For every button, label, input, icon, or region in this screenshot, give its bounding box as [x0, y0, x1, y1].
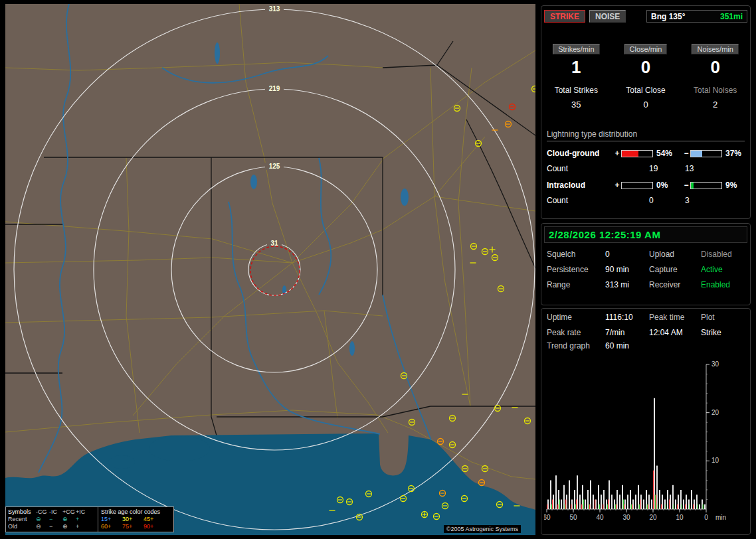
plot-mode-value: Strike — [701, 328, 745, 337]
svg-text:50: 50 — [569, 514, 577, 521]
peak-time-value: 12:04 AM — [649, 328, 701, 337]
cg-plus-bar — [621, 150, 653, 157]
svg-text:30: 30 — [711, 360, 719, 368]
age-codes-title: Strike age color codes — [101, 508, 171, 516]
capture-status: Active — [701, 265, 745, 274]
bearing-readout: Bng 135° 351mi — [646, 10, 747, 23]
cloud-ground-count-row: Count 19 13 — [541, 164, 750, 173]
intracloud-row: Intracloud + 0% − 9% — [541, 181, 750, 190]
rate-counters: Strikes/min 1 Total Strikes 35 Close/min… — [541, 42, 750, 110]
cloud-ground-row: Cloud-ground + 54% − 37% — [541, 149, 750, 158]
close-per-min-header: Close/min — [624, 44, 668, 54]
legend-header-neg-ic: -IC — [49, 508, 62, 516]
app-window: { "map": { "range_rings": [{"label":"313… — [0, 0, 756, 539]
intracloud-count-row: Count 0 3 — [541, 196, 750, 205]
age-75: 75+ — [122, 523, 143, 530]
noises-per-min-header: Noises/min — [692, 44, 738, 54]
recent-pos-ic-icon: + — [76, 516, 89, 523]
capture-label: Capture — [649, 265, 701, 274]
ic-plus-count: 0 — [649, 196, 685, 205]
legend-header-pos-ic: +IC — [76, 508, 89, 516]
age-60: 60+ — [101, 523, 122, 530]
stats-panel: STRIKE NOISE Bng 135° 351mi Strikes/min … — [541, 4, 752, 535]
strike-toggle-button[interactable]: STRIKE — [544, 10, 585, 23]
status-grid: Squelch 0 Upload Disabled Persistence 90… — [541, 246, 750, 289]
total-noises-value: 2 — [680, 100, 750, 110]
svg-text:20: 20 — [649, 514, 657, 521]
ic-minus-bar-fill — [691, 183, 694, 189]
svg-text:60: 60 — [544, 514, 551, 521]
cg-plus-count: 19 — [649, 164, 685, 173]
ic-minus-count: 3 — [685, 196, 745, 205]
age-90: 90+ — [143, 523, 165, 530]
legend-row-label: Recent — [8, 516, 36, 523]
close-per-min-value: 0 — [611, 57, 681, 78]
legend-age-codes: Strike age color codes 15+ 30+ 45+ 60+ 7… — [98, 507, 173, 532]
legend-symbols-title: Symbols — [8, 508, 36, 516]
total-close-label: Total Close — [611, 86, 681, 95]
cg-minus-count: 13 — [685, 164, 745, 173]
old-neg-ic-icon: − — [49, 523, 62, 530]
peak-time-label: Peak time — [649, 313, 701, 322]
close-per-min-column: Close/min 0 Total Close 0 — [611, 42, 681, 110]
cg-plus-pct: 54% — [654, 149, 682, 158]
ic-minus-pct: 9% — [723, 181, 749, 190]
total-close-value: 0 — [611, 100, 681, 110]
strikes-per-min-column: Strikes/min 1 Total Strikes 35 — [541, 42, 611, 110]
svg-text:40: 40 — [596, 514, 604, 521]
persistence-label: Persistence — [547, 265, 605, 274]
distribution-title: Lightning type distribution — [547, 129, 745, 141]
cloud-ground-label: Cloud-ground — [547, 149, 613, 158]
ring-label-219: 219 — [269, 85, 280, 92]
upload-status: Disabled — [701, 250, 745, 259]
count-label: Count — [547, 164, 613, 173]
recent-neg-cg-icon: ⊖ — [36, 516, 49, 523]
squelch-label: Squelch — [547, 250, 605, 259]
minus-sign: − — [682, 149, 690, 158]
old-pos-cg-icon: ⊕ — [62, 523, 76, 530]
total-strikes-value: 35 — [541, 100, 611, 110]
plus-sign: + — [613, 149, 621, 158]
trend-graph-label: Trend graph — [547, 341, 605, 350]
map-legend: Symbols -CG -IC +CG +IC Recent ⊖ − ⊕ + O… — [5, 506, 174, 532]
ring-label-125: 125 — [269, 163, 280, 170]
strikes-per-min-value: 1 — [541, 57, 611, 78]
lightning-map[interactable]: 313 219 125 31 Symbols -CG -IC +CG +IC R… — [5, 4, 535, 535]
svg-text:10: 10 — [676, 514, 684, 521]
plus-sign: + — [613, 181, 621, 190]
strikes-per-min-header: Strikes/min — [553, 44, 599, 54]
squelch-value: 0 — [605, 250, 649, 259]
receiver-status: Enabled — [701, 280, 745, 289]
legend-header-pos-cg: +CG — [62, 508, 76, 516]
noise-toggle-button[interactable]: NOISE — [589, 10, 626, 23]
svg-text:10: 10 — [711, 457, 719, 464]
uptime-grid: Uptime 1116:10 Peak time Plot Peak rate … — [541, 309, 750, 337]
age-45: 45+ — [143, 516, 165, 523]
svg-text:20: 20 — [711, 409, 719, 416]
total-strikes-label: Total Strikes — [541, 86, 611, 95]
svg-text:30: 30 — [622, 514, 630, 521]
age-30: 30+ — [122, 516, 143, 523]
cg-minus-bar — [690, 150, 722, 157]
recent-neg-ic-icon: − — [49, 516, 62, 523]
peak-rate-value: 7/min — [605, 328, 649, 337]
receiver-label: Receiver — [649, 280, 701, 289]
old-pos-ic-icon: + — [76, 523, 89, 530]
ic-plus-pct: 0% — [654, 181, 682, 190]
range-value: 313 mi — [605, 280, 649, 289]
minus-sign: − — [682, 181, 690, 190]
count-label: Count — [547, 196, 613, 205]
upload-label: Upload — [649, 250, 701, 259]
trend-graph-window: 60 min — [605, 341, 649, 350]
intracloud-label: Intracloud — [547, 181, 613, 190]
noises-per-min-value: 0 — [680, 57, 750, 78]
copyright-text: ©2005 Astrogenic Systems — [444, 525, 521, 533]
ic-minus-bar — [690, 182, 722, 189]
ic-plus-bar — [621, 182, 653, 189]
trend-label-row: Trend graph 60 min — [541, 337, 750, 350]
plot-label: Plot — [701, 313, 745, 322]
trend-graph: 1020306050403020100min — [544, 359, 743, 530]
legend-header-neg-cg: -CG — [36, 508, 49, 516]
age-15: 15+ — [101, 516, 122, 523]
status-section: 2/28/2026 12:25:19 AM Squelch 0 Upload D… — [541, 223, 751, 305]
